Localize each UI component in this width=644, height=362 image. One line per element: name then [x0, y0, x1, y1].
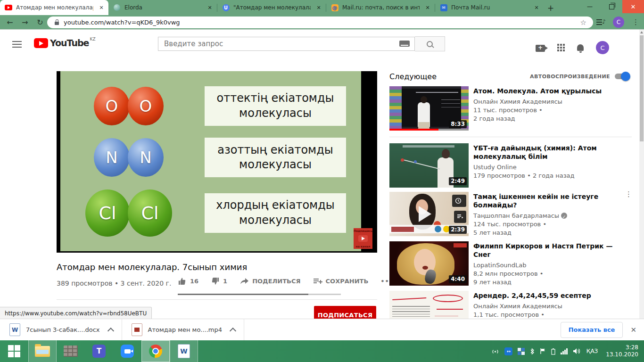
save-button[interactable]: СОХРАНИТЬ [313, 277, 369, 286]
address-bar[interactable]: youtube.com/watch?v=qKD6_9k0vwg ☆ [47, 16, 593, 28]
url-text[interactable]: youtube.com/watch?v=qKD6_9k0vwg [64, 19, 580, 26]
teamviewer-icon[interactable] [504, 347, 512, 355]
youtube-logo[interactable]: YouTube KZ [34, 38, 96, 48]
tab-close-icon[interactable]: ✕ [314, 3, 323, 12]
video-thumbnail[interactable]: 8:33 [389, 86, 469, 131]
youtube-account-avatar[interactable]: C [596, 41, 609, 54]
tab-mailru-portal[interactable]: Mail.ru: почта, поиск в интерне ✕ [326, 0, 435, 15]
signal-strength-icon[interactable] [561, 348, 568, 354]
tab-close-icon[interactable]: ✕ [423, 3, 432, 12]
list-item[interactable]: 4:40 Филипп Киркоров и Настя Петрик — Сн… [389, 241, 632, 287]
channel-name[interactable]: Онлайн Химия Академиясы [473, 98, 632, 106]
channel-name[interactable]: LopatinSoundLab [473, 261, 632, 270]
tab-atomdar-search[interactable]: "Атомдар мен молекулалар" 7 ✕ [217, 0, 326, 15]
browser-menu-icon[interactable]: ⋮ [632, 18, 639, 26]
apps-grid-icon[interactable] [557, 44, 565, 51]
video-actions: 16 1 ПОДЕЛИТЬСЯ СОХРАНИТЬ ••• [178, 277, 406, 286]
channel-watermark[interactable]: Подпишись на канал [354, 228, 372, 249]
reload-icon[interactable]: ↻ [34, 16, 46, 28]
video-thumbnail[interactable]: 2:39 [389, 192, 469, 236]
watermark-bottom-text: на канал [356, 245, 371, 248]
chevron-up-icon[interactable] [107, 327, 114, 334]
action-center-flag-icon[interactable] [540, 348, 546, 354]
elorda-favicon [113, 4, 121, 11]
list-item[interactable]: Арендер. 2,4,24,45,59 есептер Онлайн Хим… [389, 291, 632, 319]
hamburger-menu-icon[interactable] [12, 41, 22, 48]
list-item[interactable]: 2:49 ҮБТ-ға дайындық (химия): Атом молек… [389, 143, 632, 188]
video-thumbnail[interactable]: 2:49 [389, 143, 469, 188]
search-button[interactable] [415, 36, 445, 51]
dislike-button[interactable]: 1 [211, 277, 227, 286]
tab-close-icon[interactable]: ✕ [206, 3, 214, 12]
start-button[interactable] [0, 340, 28, 362]
bluetooth-icon[interactable] [530, 348, 535, 355]
tab-title: Mail.ru: почта, поиск в интерне [342, 4, 420, 11]
keyboard-icon[interactable] [399, 41, 410, 47]
list-item[interactable]: 2:39 Тамақ ішкеннен кейін не істеуге бол… [389, 192, 632, 237]
verified-badge-icon [561, 213, 567, 219]
window-controls: — ✕ [579, 0, 644, 13]
autoplay-control: АВТОВОСПРОИЗВЕДЕНИЕ [530, 74, 632, 80]
like-ratio-bar [178, 294, 341, 295]
tab-close-icon[interactable]: ✕ [97, 3, 106, 12]
taskbar-firewall[interactable] [57, 340, 85, 362]
channel-name[interactable]: Онлайн Химия Академиясы [473, 302, 632, 311]
tab-close-icon[interactable]: ✕ [532, 3, 541, 12]
watermark-top-text: Подпишись [354, 229, 372, 232]
video-options-menu-icon[interactable]: ⋮ [625, 193, 632, 196]
language-indicator[interactable]: ҚАЗ [586, 348, 598, 354]
like-button[interactable]: 16 [178, 277, 198, 286]
notifications-bell-icon[interactable] [577, 44, 584, 51]
download-item-mp4[interactable]: Атомдар мен мо....mp4 [122, 319, 244, 340]
language-tool-icon[interactable] [518, 348, 525, 355]
browser-profile-avatar[interactable]: C [613, 16, 624, 28]
scrollbar-thumb[interactable] [640, 35, 644, 141]
subscribe-button[interactable]: ПОДПИСАТЬСЯ [314, 306, 376, 319]
duration-badge: 4:40 [449, 275, 467, 283]
share-button[interactable]: ПОДЕЛИТЬСЯ [239, 277, 300, 286]
tab-mailru-mail[interactable]: Почта Mail.ru ✕ [435, 0, 544, 15]
chevron-up-icon[interactable] [230, 327, 236, 334]
autoplay-toggle[interactable] [615, 74, 629, 79]
video-thumbnail[interactable]: 4:40 [389, 241, 469, 286]
downloads-close-icon[interactable]: ✕ [630, 326, 636, 334]
scrollbar-up-arrow[interactable] [640, 31, 643, 33]
minimize-button[interactable]: — [579, 0, 601, 13]
video-player[interactable]: O O оттектің екіатомды молекуласы N N аз… [57, 71, 377, 253]
slide-row-nitrogen: N N азоттың екіатомды молекуласы [60, 138, 361, 177]
restore-button[interactable] [601, 0, 622, 13]
volume-icon[interactable] [573, 348, 580, 354]
taskbar-teams[interactable] [85, 340, 113, 362]
channel-name[interactable]: Ustudy Online [473, 163, 632, 172]
show-all-downloads-button[interactable]: Показать все [561, 322, 623, 338]
watch-later-icon[interactable] [452, 195, 466, 207]
download-item-docx[interactable]: 7сынып 3-сабак....docx [0, 319, 122, 340]
bookmark-star-icon[interactable]: ☆ [580, 18, 586, 27]
taskbar-chrome[interactable] [141, 340, 170, 362]
video-meta-block: Арендер. 2,4,24,45,59 есептер Онлайн Хим… [473, 291, 632, 319]
youtube-region-label: KZ [90, 37, 95, 41]
taskbar-word[interactable] [170, 340, 198, 362]
new-tab-button[interactable]: + [544, 1, 558, 15]
tab-elorda[interactable]: Elorda ✕ [108, 0, 217, 15]
create-video-icon[interactable] [536, 45, 545, 52]
list-item[interactable]: 8:33 Атом. Молекула. Атом құрылысы Онлай… [389, 86, 632, 131]
video-thumbnail[interactable] [389, 291, 469, 319]
battery-icon[interactable] [551, 348, 555, 355]
taskbar-clock[interactable]: 3:28 13.10.2020 [606, 344, 640, 358]
media-controls-icon[interactable] [596, 19, 605, 25]
oxygen-atom-sphere: O [128, 87, 164, 125]
page-scrollbar[interactable] [639, 30, 644, 319]
tab-youtube-watch[interactable]: Атомдар мен молекулалар. 7сы ✕ [0, 0, 108, 15]
close-window-button[interactable]: ✕ [622, 0, 644, 13]
channel-name-row[interactable]: Таңшолпан бағдарламасы [473, 212, 632, 220]
forward-icon[interactable]: → [19, 16, 31, 28]
video-stats: 389 просмотров • 3 сент. 2020 г. [57, 280, 171, 287]
taskbar-zoom[interactable] [113, 340, 141, 362]
add-to-queue-icon[interactable] [454, 211, 466, 223]
search-input[interactable] [158, 37, 415, 51]
back-icon[interactable]: ← [4, 16, 16, 28]
channel-name[interactable]: Таңшолпан бағдарламасы [473, 212, 559, 219]
taskbar-file-explorer[interactable] [28, 340, 57, 362]
hotspot-icon[interactable] [491, 347, 499, 355]
